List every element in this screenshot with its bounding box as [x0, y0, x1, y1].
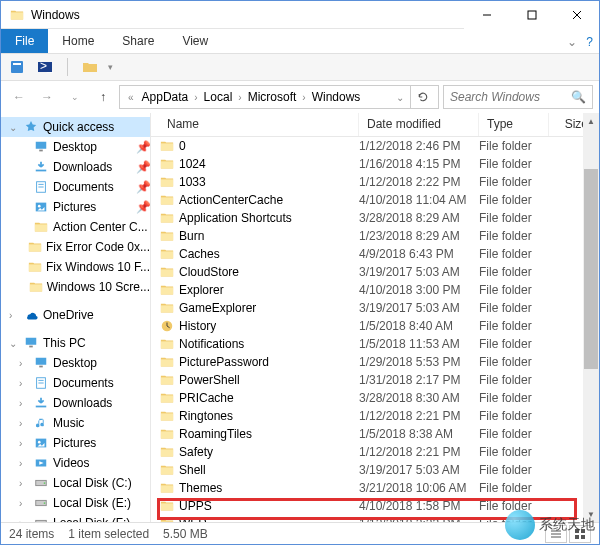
sidebar-item[interactable]: ›Desktop [1, 353, 150, 373]
folder-icon [159, 426, 175, 442]
sidebar-item[interactable]: Documents📌 [1, 177, 150, 197]
scrollbar-thumb[interactable] [584, 169, 598, 369]
folder-icon [29, 279, 43, 295]
file-row[interactable]: CloudStore3/19/2017 5:03 AMFile folder [151, 263, 599, 281]
watermark-logo-icon [505, 510, 535, 540]
file-row[interactable]: 10331/12/2018 2:22 PMFile folder [151, 173, 599, 191]
back-button[interactable]: ← [7, 85, 31, 109]
file-row[interactable]: 01/12/2018 2:46 PMFile folder [151, 137, 599, 155]
sidebar-item[interactable]: Fix Windows 10 F... [1, 257, 150, 277]
sidebar-item[interactable]: Action Center C... [1, 217, 150, 237]
sidebar-item[interactable]: Pictures📌 [1, 197, 150, 217]
sidebar-this-pc[interactable]: ⌄ This PC [1, 333, 150, 353]
pictures-icon [33, 199, 49, 215]
crumb-windows[interactable]: Windows [308, 90, 365, 104]
folder-icon [159, 282, 175, 298]
forward-button[interactable]: → [35, 85, 59, 109]
tab-file[interactable]: File [1, 29, 48, 53]
folder-icon [159, 444, 175, 460]
help-icon[interactable]: ? [586, 35, 593, 49]
tab-view[interactable]: View [168, 29, 222, 53]
chevron-down-icon[interactable]: ⌄ [9, 122, 19, 133]
file-row[interactable]: PowerShell1/31/2018 2:17 PMFile folder [151, 371, 599, 389]
crumb-microsoft[interactable]: Microsoft [244, 90, 301, 104]
chevron-down-icon[interactable]: ⌄ [9, 338, 19, 349]
tab-share[interactable]: Share [108, 29, 168, 53]
crumb-appdata[interactable]: AppData [138, 90, 193, 104]
sidebar-item[interactable]: ›Documents [1, 373, 150, 393]
minimize-button[interactable] [464, 1, 509, 29]
file-row[interactable]: Themes3/21/2018 10:06 AMFile folder [151, 479, 599, 497]
properties-icon[interactable] [7, 57, 27, 77]
svg-rect-1 [528, 11, 536, 19]
pictures-icon [33, 435, 49, 451]
up-button[interactable]: ↑ [91, 85, 115, 109]
vertical-scrollbar[interactable]: ▲ ▼ [583, 113, 599, 522]
folder-icon [159, 390, 175, 406]
status-item-count: 24 items [9, 527, 54, 541]
search-box[interactable]: 🔍 [443, 85, 593, 109]
file-row[interactable]: Explorer4/10/2018 3:00 PMFile folder [151, 281, 599, 299]
file-row[interactable]: Ringtones1/12/2018 2:21 PMFile folder [151, 407, 599, 425]
file-row[interactable]: Burn1/23/2018 8:29 AMFile folder [151, 227, 599, 245]
sidebar-item[interactable]: ›Pictures [1, 433, 150, 453]
svg-point-15 [38, 205, 41, 208]
folder-icon [159, 210, 175, 226]
file-row[interactable]: Caches4/9/2018 6:43 PMFile folder [151, 245, 599, 263]
sidebar-item[interactable]: ›Videos [1, 453, 150, 473]
recent-dropdown[interactable]: ⌄ [63, 85, 87, 109]
refresh-button[interactable] [410, 86, 434, 108]
ribbon-tabs: File Home Share View ⌄ ? [1, 29, 599, 53]
sidebar-item[interactable]: ›Local Disk (E:) [1, 493, 150, 513]
column-date[interactable]: Date modified [359, 113, 479, 136]
disk-icon [33, 515, 49, 522]
ribbon-expand-icon[interactable]: ⌄ [567, 35, 577, 49]
tab-home[interactable]: Home [48, 29, 108, 53]
file-list-pane: Name Date modified Type Size 01/12/2018 … [151, 113, 599, 522]
new-folder-icon[interactable] [80, 57, 100, 77]
crumb-local[interactable]: Local [200, 90, 237, 104]
file-row[interactable]: Application Shortcuts3/28/2018 8:29 AMFi… [151, 209, 599, 227]
file-row[interactable]: History1/5/2018 8:40 AMFile folder [151, 317, 599, 335]
file-row[interactable]: GameExplorer3/19/2017 5:03 AMFile folder [151, 299, 599, 317]
file-row[interactable]: Safety1/12/2018 2:21 PMFile folder [151, 443, 599, 461]
svg-point-25 [38, 441, 41, 444]
svg-rect-17 [29, 346, 33, 348]
pin-icon: 📌 [136, 180, 150, 194]
breadcrumb[interactable]: « AppData› Local› Microsoft› Windows ⌄ [119, 85, 439, 109]
svg-rect-16 [26, 338, 37, 345]
search-input[interactable] [450, 90, 571, 104]
scroll-up-icon[interactable]: ▲ [587, 113, 595, 129]
svg-rect-5 [13, 63, 21, 65]
sidebar-onedrive[interactable]: › OneDrive [1, 305, 150, 325]
sidebar-item[interactable]: Windows 10 Scre... [1, 277, 150, 297]
maximize-button[interactable] [509, 1, 554, 29]
documents-icon [33, 375, 49, 391]
sidebar-item[interactable]: Downloads📌 [1, 157, 150, 177]
downloads-icon [33, 395, 49, 411]
file-list[interactable]: 01/12/2018 2:46 PMFile folder10241/16/20… [151, 137, 599, 522]
file-row[interactable]: PicturePassword1/29/2018 5:53 PMFile fol… [151, 353, 599, 371]
file-row[interactable]: ActionCenterCache4/10/2018 11:04 AMFile … [151, 191, 599, 209]
pin-icon: 📌 [136, 160, 150, 174]
sidebar-item[interactable]: Fix Error Code 0x... [1, 237, 150, 257]
file-row[interactable]: 10241/16/2018 4:15 PMFile folder [151, 155, 599, 173]
file-row[interactable]: Notifications1/5/2018 11:53 AMFile folde… [151, 335, 599, 353]
watermark: 系统天地 [505, 510, 595, 540]
file-row[interactable]: Shell3/19/2017 5:03 AMFile folder [151, 461, 599, 479]
documents-icon [33, 179, 49, 195]
close-button[interactable] [554, 1, 599, 29]
sidebar-item[interactable]: Desktop📌 [1, 137, 150, 157]
column-type[interactable]: Type [479, 113, 549, 136]
sidebar-quick-access[interactable]: ⌄ Quick access [1, 117, 150, 137]
sidebar-item[interactable]: ›Music [1, 413, 150, 433]
column-name[interactable]: Name [159, 113, 359, 136]
sidebar-item[interactable]: ›Local Disk (C:) [1, 473, 150, 493]
chevron-right-icon[interactable]: › [9, 310, 19, 321]
sidebar-item[interactable]: ›Local Disk (F:) [1, 513, 150, 522]
powershell-icon[interactable]: >_ [35, 57, 55, 77]
file-row[interactable]: RoamingTiles1/5/2018 8:38 AMFile folder [151, 425, 599, 443]
file-row[interactable]: PRICache3/28/2018 8:30 AMFile folder [151, 389, 599, 407]
column-headers: Name Date modified Type Size [151, 113, 599, 137]
sidebar-item[interactable]: ›Downloads [1, 393, 150, 413]
